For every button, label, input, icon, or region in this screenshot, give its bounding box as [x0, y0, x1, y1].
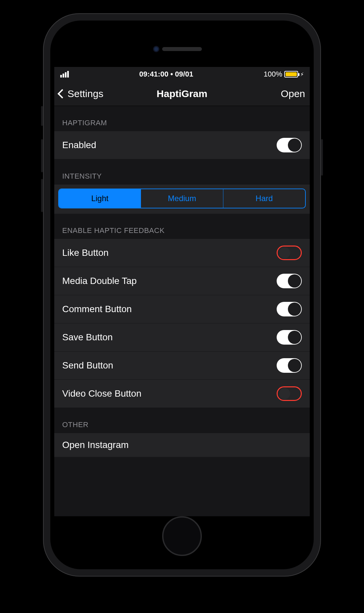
media-double-tap-toggle[interactable] [277, 274, 302, 288]
phone-frame: 09:41:00 • 09/01 100% ⚡︎ Settings HaptiG… [43, 13, 321, 577]
charging-icon: ⚡︎ [300, 71, 304, 78]
row-save-button: Save Button [54, 323, 310, 352]
row-like-button: Like Button [54, 239, 310, 267]
send-button-label: Send Button [62, 360, 113, 371]
like-button-toggle[interactable] [277, 246, 302, 260]
section-header-feedback: ENABLE HAPTIC FEEDBACK [54, 214, 310, 239]
page-title: HaptiGram [118, 88, 246, 99]
video-close-button-label: Video Close Button [62, 388, 141, 399]
row-media-double-tap: Media Double Tap [54, 267, 310, 295]
row-video-close-button: Video Close Button [54, 380, 310, 408]
comment-button-toggle[interactable] [277, 302, 302, 316]
enabled-toggle[interactable] [277, 138, 302, 152]
volume-up-button [41, 139, 43, 172]
section-header-intensity: INTENSITY [54, 159, 310, 185]
back-label: Settings [68, 88, 103, 99]
nav-bar: Settings HaptiGram Open [54, 82, 310, 106]
segment-hard[interactable]: Hard [223, 189, 305, 208]
segment-light[interactable]: Light [59, 189, 141, 208]
intensity-segmented-control: Light Medium Hard [58, 189, 306, 208]
row-comment-button: Comment Button [54, 295, 310, 323]
front-camera [153, 46, 159, 52]
content-scroll[interactable]: HAPTIGRAM Enabled INTENSITY Light Medium… [54, 106, 310, 516]
row-send-button: Send Button [54, 352, 310, 380]
media-double-tap-label: Media Double Tap [62, 276, 137, 286]
save-button-toggle[interactable] [277, 330, 302, 345]
enabled-label: Enabled [62, 140, 96, 150]
power-button [321, 139, 323, 176]
section-header-other: OTHER [54, 408, 310, 433]
comment-button-label: Comment Button [62, 304, 132, 314]
volume-down-button [41, 179, 43, 212]
row-enabled: Enabled [54, 131, 310, 159]
mute-switch [41, 106, 43, 126]
send-button-toggle[interactable] [277, 358, 302, 373]
segment-medium[interactable]: Medium [141, 189, 223, 208]
status-bar: 09:41:00 • 09/01 100% ⚡︎ [54, 67, 310, 82]
like-button-label: Like Button [62, 248, 109, 258]
row-open-instagram[interactable]: Open Instagram [54, 433, 310, 457]
speaker-grille [162, 47, 202, 51]
back-button[interactable]: Settings [59, 88, 118, 99]
battery-percent: 100% [264, 70, 282, 79]
status-time: 09:41:00 • 09/01 [139, 70, 193, 79]
section-header-haptigram: HAPTIGRAM [54, 106, 310, 131]
signal-icon [60, 71, 69, 78]
open-instagram-label: Open Instagram [62, 440, 129, 450]
home-button[interactable] [162, 516, 202, 556]
save-button-label: Save Button [62, 332, 113, 343]
chevron-left-icon [58, 89, 67, 98]
screen: 09:41:00 • 09/01 100% ⚡︎ Settings HaptiG… [54, 67, 310, 516]
battery-icon [284, 71, 298, 78]
video-close-button-toggle[interactable] [277, 386, 302, 401]
open-button[interactable]: Open [246, 88, 305, 99]
